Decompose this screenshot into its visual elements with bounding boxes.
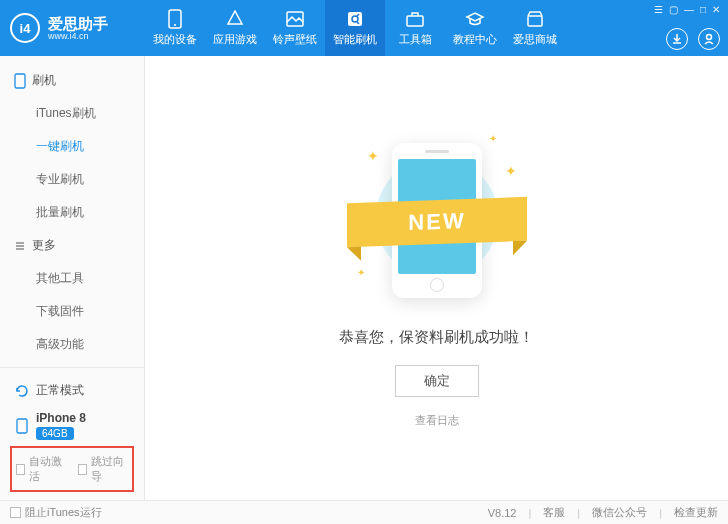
phone-icon	[14, 73, 26, 89]
toolbox-icon	[405, 9, 425, 29]
sidebar-item-onekey-flash[interactable]: 一键刷机	[0, 130, 144, 163]
sidebar-item-pro-flash[interactable]: 专业刷机	[0, 163, 144, 196]
device-row[interactable]: iPhone 8 64GB	[10, 405, 134, 446]
nav-flash[interactable]: 智能刷机	[325, 0, 385, 56]
check-update-link[interactable]: 检查更新	[674, 505, 718, 520]
svg-rect-8	[17, 419, 27, 433]
options-highlight: 自动激活 跳过向导	[10, 446, 134, 492]
auto-activate-checkbox[interactable]: 自动激活	[16, 454, 66, 484]
sidebar-group-more[interactable]: 更多	[0, 229, 144, 262]
window-controls: ☰ ▢ — □ ✕	[654, 4, 720, 15]
nav-ringtones[interactable]: 铃声壁纸	[265, 0, 325, 56]
device-icon	[165, 9, 185, 29]
skin-icon[interactable]: ▢	[669, 4, 678, 15]
top-nav: 我的设备 应用游戏 铃声壁纸 智能刷机 工具箱 教程中心 爱思商城	[145, 0, 565, 56]
block-itunes-checkbox[interactable]: 阻止iTunes运行	[10, 505, 102, 520]
sidebar-group-flash[interactable]: 刷机	[0, 64, 144, 97]
menu-icon[interactable]: ☰	[654, 4, 663, 15]
nav-toolbox[interactable]: 工具箱	[385, 0, 445, 56]
svg-point-1	[174, 24, 176, 26]
brand-area: i4 爱思助手 www.i4.cn	[0, 13, 145, 43]
wallpaper-icon	[285, 9, 305, 29]
user-button[interactable]	[698, 28, 720, 50]
app-header: i4 爱思助手 www.i4.cn 我的设备 应用游戏 铃声壁纸 智能刷机 工具…	[0, 0, 728, 56]
tutorial-icon	[465, 9, 485, 29]
nav-tutorials[interactable]: 教程中心	[445, 0, 505, 56]
nav-store[interactable]: 爱思商城	[505, 0, 565, 56]
minimize-icon[interactable]: —	[684, 4, 694, 15]
success-message: 恭喜您，保资料刷机成功啦！	[339, 328, 534, 347]
sidebar-item-advanced[interactable]: 高级功能	[0, 328, 144, 361]
view-log-link[interactable]: 查看日志	[415, 413, 459, 428]
brand-name: 爱思助手	[48, 16, 108, 31]
nav-apps[interactable]: 应用游戏	[205, 0, 265, 56]
success-illustration: ✦ ✦ ✦ ✦ NEW	[337, 128, 537, 308]
flash-icon	[345, 9, 365, 29]
brand-url: www.i4.cn	[48, 31, 108, 41]
close-icon[interactable]: ✕	[712, 4, 720, 15]
device-small-icon	[14, 418, 30, 434]
sidebar: 刷机 iTunes刷机 一键刷机 专业刷机 批量刷机 更多 其他工具 下载固件 …	[0, 56, 145, 500]
new-ribbon: NEW	[347, 197, 527, 247]
wechat-link[interactable]: 微信公众号	[592, 505, 647, 520]
mode-row[interactable]: 正常模式	[10, 376, 134, 405]
sidebar-item-download-firmware[interactable]: 下载固件	[0, 295, 144, 328]
logo-icon: i4	[10, 13, 40, 43]
mode-label: 正常模式	[36, 382, 84, 399]
content-area: ✦ ✦ ✦ ✦ NEW 恭喜您，保资料刷机成功啦！ 确定 查看日志	[145, 56, 728, 500]
download-button[interactable]	[666, 28, 688, 50]
support-link[interactable]: 客服	[543, 505, 565, 520]
version-label: V8.12	[488, 507, 517, 519]
apps-icon	[225, 9, 245, 29]
more-icon	[14, 240, 26, 252]
refresh-icon	[14, 383, 30, 399]
svg-point-6	[707, 35, 712, 40]
sidebar-item-batch-flash[interactable]: 批量刷机	[0, 196, 144, 229]
store-icon	[525, 9, 545, 29]
svg-rect-5	[528, 16, 542, 26]
skip-guide-checkbox[interactable]: 跳过向导	[78, 454, 128, 484]
svg-rect-7	[15, 74, 25, 88]
sidebar-item-other-tools[interactable]: 其他工具	[0, 262, 144, 295]
nav-my-device[interactable]: 我的设备	[145, 0, 205, 56]
ok-button[interactable]: 确定	[395, 365, 479, 397]
device-name: iPhone 8	[36, 411, 86, 425]
maximize-icon[interactable]: □	[700, 4, 706, 15]
svg-rect-4	[407, 16, 423, 26]
sidebar-item-itunes-flash[interactable]: iTunes刷机	[0, 97, 144, 130]
svg-rect-3	[348, 12, 362, 26]
status-bar: 阻止iTunes运行 V8.12 | 客服 | 微信公众号 | 检查更新	[0, 500, 728, 524]
storage-badge: 64GB	[36, 427, 74, 440]
